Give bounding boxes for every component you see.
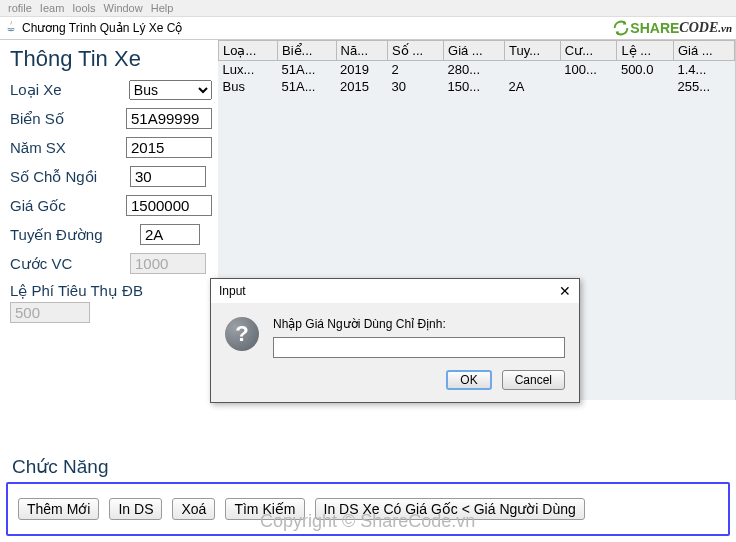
xe-table[interactable]: Loạ...Biể...Nă...Số ...Giá ...Tuy...Cư..… xyxy=(218,40,735,95)
table-header[interactable]: Loạ... xyxy=(219,41,278,61)
table-header[interactable]: Lệ ... xyxy=(617,41,674,61)
info-heading: Thông Tin Xe xyxy=(10,46,212,72)
table-cell: 2A xyxy=(504,78,560,95)
bien-so-input[interactable] xyxy=(126,108,212,129)
lephi-input xyxy=(10,302,90,323)
table-header[interactable]: Nă... xyxy=(336,41,388,61)
cancel-button[interactable]: Cancel xyxy=(502,370,565,390)
ok-button[interactable]: OK xyxy=(446,370,491,390)
refresh-icon xyxy=(612,19,630,37)
loai-xe-select[interactable]: Bus xyxy=(129,80,212,100)
nam-sx-input[interactable] xyxy=(126,137,212,158)
question-icon: ? xyxy=(225,317,259,351)
dialog-prompt: Nhập Giá Người Dùng Chỉ Định: xyxy=(273,317,565,331)
in-ds-gia-button[interactable]: In DS Xe Có Giá Gốc < Giá Người Dùng xyxy=(315,498,585,520)
window-titlebar: Chương Trình Quản Lý Xe Cộ SHARECODE.vn xyxy=(0,17,736,40)
table-cell: Bus xyxy=(219,78,278,95)
window-title: Chương Trình Quản Lý Xe Cộ xyxy=(22,21,612,35)
table-cell: 280... xyxy=(444,61,505,79)
table-cell: Lux... xyxy=(219,61,278,79)
table-header[interactable]: Giá ... xyxy=(673,41,734,61)
tuyen-label: Tuyến Đường xyxy=(10,226,140,244)
table-row[interactable]: Bus51A...201530150...2A255... xyxy=(219,78,735,95)
table-cell: 2019 xyxy=(336,61,388,79)
menu-item: Iools xyxy=(70,2,97,14)
button-row: Thêm Mới In DS Xoá Tìm Kiếm In DS Xe Có … xyxy=(6,482,730,536)
them-moi-button[interactable]: Thêm Mới xyxy=(18,498,99,520)
dialog-title: Input xyxy=(219,284,246,298)
cuoc-input xyxy=(130,253,206,274)
gia-goc-label: Giá Gốc xyxy=(10,197,126,215)
gia-goc-input[interactable] xyxy=(126,195,212,216)
sharecode-logo: SHARECODE.vn xyxy=(612,19,732,37)
ide-menubar: rofile Ieam Iools Window Help xyxy=(0,0,736,17)
menu-item: Help xyxy=(149,2,176,14)
java-icon xyxy=(4,19,18,37)
table-header[interactable]: Biể... xyxy=(278,41,337,61)
table-cell: 2015 xyxy=(336,78,388,95)
table-cell xyxy=(560,78,617,95)
table-cell: 100... xyxy=(560,61,617,79)
in-ds-button[interactable]: In DS xyxy=(109,498,162,520)
cuoc-label: Cước VC xyxy=(10,255,130,273)
table-cell: 255... xyxy=(673,78,734,95)
table-cell: 1.4... xyxy=(673,61,734,79)
table-header[interactable]: Cư... xyxy=(560,41,617,61)
tuyen-input[interactable] xyxy=(140,224,200,245)
lephi-label: Lệ Phí Tiêu Thụ ĐB xyxy=(10,282,210,300)
table-row[interactable]: Lux...51A...20192280...100...500.01.4... xyxy=(219,61,735,79)
table-header[interactable]: Tuy... xyxy=(504,41,560,61)
close-icon[interactable]: ✕ xyxy=(559,283,571,299)
table-cell: 51A... xyxy=(278,61,337,79)
table-cell xyxy=(504,61,560,79)
dialog-input[interactable] xyxy=(273,337,565,358)
table-cell: 150... xyxy=(444,78,505,95)
bien-so-label: Biển Số xyxy=(10,110,126,128)
table-cell: 500.0 xyxy=(617,61,674,79)
so-cho-label: Số Chỗ Ngồi xyxy=(10,168,130,186)
table-cell xyxy=(617,78,674,95)
so-cho-input[interactable] xyxy=(130,166,206,187)
menu-item: rofile xyxy=(6,2,34,14)
function-section: Chức Năng Thêm Mới In DS Xoá Tìm Kiếm In… xyxy=(6,455,730,536)
table-header[interactable]: Số ... xyxy=(388,41,444,61)
tim-kiem-button[interactable]: Tìm Kiếm xyxy=(225,498,304,520)
table-cell: 2 xyxy=(388,61,444,79)
table-header[interactable]: Giá ... xyxy=(444,41,505,61)
table-cell: 51A... xyxy=(278,78,337,95)
table-cell: 30 xyxy=(388,78,444,95)
menu-item: Window xyxy=(102,2,145,14)
menu-item: Ieam xyxy=(38,2,66,14)
input-dialog: Input ✕ ? Nhập Giá Người Dùng Chỉ Định: … xyxy=(210,278,580,403)
function-heading: Chức Năng xyxy=(12,455,730,478)
xoa-button[interactable]: Xoá xyxy=(172,498,215,520)
nam-sx-label: Năm SX xyxy=(10,139,126,156)
loai-xe-label: Loại Xe xyxy=(10,81,129,99)
